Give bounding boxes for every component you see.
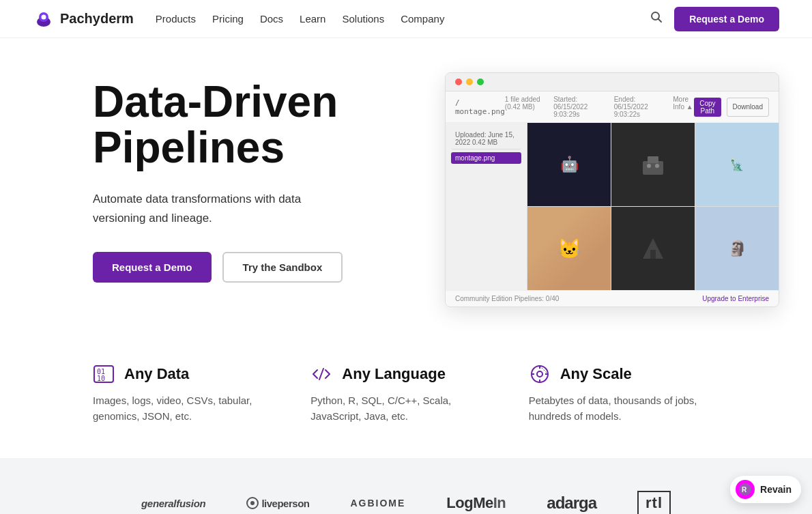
grid-cell-4: 🐱 [527,207,611,290]
hero-sandbox-button[interactable]: Try the Sandbox [222,252,343,283]
nav-links: Products Pricing Docs Learn Solutions Co… [156,13,445,25]
svg-point-2 [42,14,46,19]
hero-demo-button[interactable]: Request a Demo [93,252,212,283]
feature-any-scale: Any Scale Petabytes of data, thousands o… [529,362,719,424]
screenshot-top-bar: / montage.png 1 file added (0.42 MB) Sta… [446,91,779,123]
grid-cell-2 [611,123,695,206]
image-grid: 🤖 🗽 🐱 [527,123,779,290]
screenshot-main: 🤖 🗽 🐱 [527,123,779,290]
feature-desc-3: Petabytes of data, thousands of jobs, hu… [529,393,719,424]
nav-solutions[interactable]: Solutions [342,13,384,25]
feature-title-3: Any Scale [560,365,632,383]
hero-headline: Data-Driven Pipelines [93,79,420,171]
screenshot-titlebar [446,73,779,91]
feature-header-1: 01 10 Any Data [93,362,283,386]
file-meta: 1 file added (0.42 MB) Started: 06/15/20… [505,96,694,118]
logo-agbiome: AGBIOME [350,498,405,509]
screenshot-body: Uploaded: June 15, 2022 0.42 MB montage.… [446,123,779,290]
svg-point-22 [250,501,255,505]
sidebar-montage[interactable]: montage.png [451,152,521,164]
feature-desc-1: Images, logs, video, CSVs, tabular, geno… [93,393,283,424]
logo-icon [33,8,55,30]
hero-content: Data-Driven Pipelines Automate data tran… [93,79,420,283]
logo-link[interactable]: Pachyderm [33,8,134,30]
screenshot-actions: Copy Path Download [694,98,769,117]
hero-image: / montage.png 1 file added (0.42 MB) Sta… [445,72,779,307]
feature-title-2: Any Language [342,365,446,383]
logo-rtl: rtl [637,491,671,514]
logo-text: Pachyderm [60,11,134,27]
screenshot-footer: Community Edition Pipelines: 0/40 Upgrad… [446,290,779,306]
svg-rect-10 [650,250,656,259]
logo-logmein: LogMeIn [446,494,506,512]
feature-header-2: Any Language [310,362,501,386]
logos-section: generalfusion liveperson AGBIOME LogMeIn… [0,458,812,514]
grid-cell-1: 🤖 [527,123,611,206]
footer-edition: Community Edition Pipelines: 0/40 [455,295,559,302]
nav-company[interactable]: Company [401,13,444,25]
revain-widget[interactable]: R Revain [730,476,801,503]
code-icon [310,362,335,386]
grid-cell-5 [611,207,695,290]
maximize-dot [477,78,484,85]
nav-pricing[interactable]: Pricing [212,13,244,25]
svg-text:R: R [742,486,747,494]
binary-icon: 01 10 [93,362,117,386]
svg-point-8 [655,164,659,168]
minimize-dot [466,78,473,85]
screenshot: / montage.png 1 file added (0.42 MB) Sta… [445,72,779,307]
hero-subtext: Automate data transformations with data … [93,190,352,227]
svg-line-14 [319,369,323,380]
svg-point-7 [647,164,651,168]
nav-left: Pachyderm Products Pricing Docs Learn So… [33,8,444,30]
features-section: 01 10 Any Data Images, logs, video, CSVs… [0,334,812,458]
request-demo-button[interactable]: Request a Demo [674,7,779,31]
feature-title-1: Any Data [124,365,189,383]
svg-point-20 [537,371,542,377]
download-button[interactable]: Download [727,98,769,117]
logo-generalfusion: generalfusion [141,498,205,509]
revain-icon: R [736,480,755,499]
upgrade-link[interactable]: Upgrade to Enterprise [702,295,769,302]
grid-cell-3: 🗽 [695,123,779,206]
nav-docs[interactable]: Docs [260,13,283,25]
feature-any-language: Any Language Python, R, SQL, C/C++, Scal… [310,362,501,424]
search-icon[interactable] [650,10,663,27]
svg-text:10: 10 [97,375,105,382]
nav-learn[interactable]: Learn [300,13,325,25]
revain-label: Revain [760,484,792,495]
feature-any-data: 01 10 Any Data Images, logs, video, CSVs… [93,362,283,424]
scale-icon [529,362,553,386]
hero-section: Data-Driven Pipelines Automate data tran… [0,38,812,334]
copy-path-button[interactable]: Copy Path [694,98,721,117]
feature-header-3: Any Scale [529,362,719,386]
navigation: Pachyderm Products Pricing Docs Learn So… [0,0,812,38]
svg-line-4 [658,19,662,23]
nav-right: Request a Demo [650,7,779,31]
sidebar-uploaded[interactable]: Uploaded: June 15, 2022 0.42 MB [451,128,521,149]
grid-cell-6: 🗿 [695,207,779,290]
hero-buttons: Request a Demo Try the Sandbox [93,252,420,283]
close-dot [455,78,462,85]
liveperson-dot [246,497,259,509]
file-path: / montage.png [455,98,505,116]
logo-liveperson: liveperson [246,497,309,509]
feature-desc-2: Python, R, SQL, C/C++, Scala, JavaScript… [310,393,501,424]
nav-products[interactable]: Products [156,13,196,25]
svg-rect-6 [648,156,658,163]
logo-adarga: adarga [547,494,596,513]
screenshot-sidebar: Uploaded: June 15, 2022 0.42 MB montage.… [446,123,527,290]
